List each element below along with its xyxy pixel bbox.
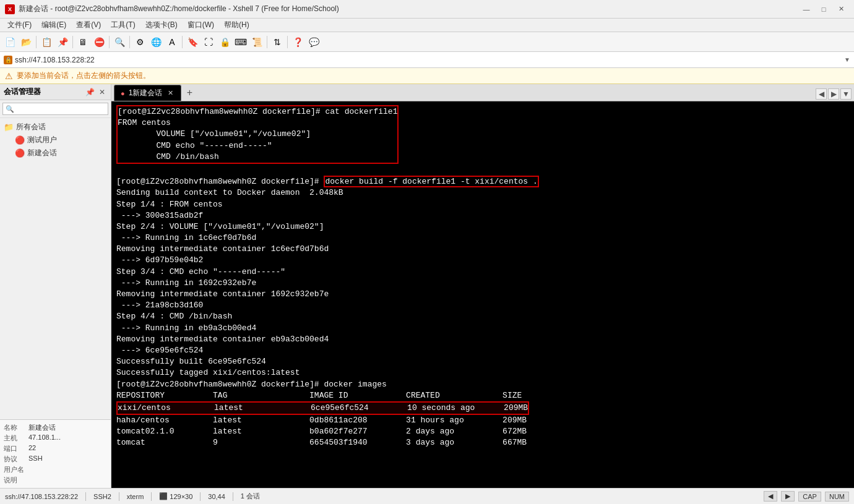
status-size-text: 129×30 xyxy=(170,493,192,500)
terminal-line-9: ---> 300e315adb2f xyxy=(116,210,849,221)
status-sessions: 1 会话 xyxy=(241,492,260,501)
open-button[interactable]: 📂 xyxy=(19,35,33,49)
lock-button[interactable]: 🔒 xyxy=(217,35,232,49)
paste-button[interactable]: 📌 xyxy=(55,35,70,49)
tab-label-1: 1新建会话 xyxy=(129,88,163,98)
close-button[interactable]: ✕ xyxy=(833,3,849,15)
info-value-name: 新建会话 xyxy=(28,423,107,432)
tab-add-button[interactable]: + xyxy=(183,86,196,100)
tab-bar: ● 1新建会话 ✕ + ◀ ▶ ▼ xyxy=(111,84,854,101)
menu-help[interactable]: 帮助(H) xyxy=(219,19,254,32)
status-separator-5 xyxy=(233,492,233,501)
status-arrow-left[interactable]: ◀ xyxy=(764,491,777,502)
keyboard-button[interactable]: ⌨ xyxy=(233,35,248,49)
menu-bar: 文件(F) 编辑(E) 查看(V) 工具(T) 选项卡(B) 窗口(W) 帮助(… xyxy=(0,19,854,32)
tab-next-button[interactable]: ▶ xyxy=(828,88,839,100)
tree-item-test-user[interactable]: 🔴 测试用户 xyxy=(0,134,111,147)
tab-prev-button[interactable]: ◀ xyxy=(816,88,827,100)
terminal-line-10: Step 2/4 : VOLUME ["/volume01","/volume0… xyxy=(116,221,849,233)
terminal-line-23: Successfully tagged xixi/centos:latest xyxy=(116,367,849,378)
sidebar-close-button[interactable]: ✕ xyxy=(97,87,107,97)
terminal-line-16: Removing intermediate container 1692c932… xyxy=(116,289,849,300)
new-session-button[interactable]: 📄 xyxy=(2,35,17,49)
terminal-line-17: ---> 21a98cb3d160 xyxy=(116,300,849,311)
terminal-line-19: ---> Running in eb9a3cb00ed4 xyxy=(116,323,849,334)
tree-folder-all[interactable]: 📁 所有会话 xyxy=(0,121,111,134)
script-button[interactable]: 📜 xyxy=(249,35,264,49)
tab-new-session[interactable]: ● 1新建会话 ✕ xyxy=(114,85,181,101)
settings-button[interactable]: ⚙ xyxy=(132,35,147,49)
fullscreen-button[interactable]: ⛶ xyxy=(201,35,216,49)
cat-command-block: [root@iZ2vc28obhvfham8wewhh0Z dockerfile… xyxy=(116,105,399,164)
font-button[interactable]: A xyxy=(165,35,179,49)
terminal-line-3: CMD echo "-----end-----" xyxy=(118,140,397,152)
copy-button[interactable]: 📋 xyxy=(39,35,54,49)
session-icon-2: 🔴 xyxy=(15,148,25,158)
minimize-button[interactable]: — xyxy=(798,3,814,15)
window-controls: — □ ✕ xyxy=(798,3,849,15)
session-info-panel: 名称 新建会话 主机 47.108.1... 端口 22 协议 SSH 用户名 … xyxy=(0,419,111,488)
info-row-host: 主机 47.108.1... xyxy=(4,433,107,443)
terminal-line-8: Step 1/4 : FROM centos xyxy=(116,199,849,210)
terminal-line-27: haha/centos latest 0db8611ac208 31 hours… xyxy=(116,415,849,426)
search-button[interactable]: 🔍 xyxy=(112,35,127,49)
menu-edit[interactable]: 编辑(E) xyxy=(37,19,71,32)
terminal-line-0: [root@iZ2vc28obhvfham8wewhh0Z dockerfile… xyxy=(118,106,397,117)
notification-bar: ⚠ 要添加当前会话，点击左侧的箭头按钮。 xyxy=(0,68,854,84)
info-value-username xyxy=(28,465,107,474)
terminal-line-24: [root@iZ2vc28obhvfham8wewhh0Z dockerfile… xyxy=(116,379,849,390)
help-button[interactable]: ❓ xyxy=(290,35,305,49)
menu-window[interactable]: 窗口(W) xyxy=(183,19,219,32)
bookmark-button[interactable]: 🔖 xyxy=(185,35,200,49)
info-value-port: 22 xyxy=(28,444,107,453)
notification-text: 要添加当前会话，点击左侧的箭头按钮。 xyxy=(17,70,150,81)
menu-file[interactable]: 文件(F) xyxy=(2,19,37,32)
terminal-line-15: ---> Running in 1692c932eb7e xyxy=(116,278,849,289)
tab-close-button-1[interactable]: ✕ xyxy=(166,89,175,98)
sidebar-search-input[interactable] xyxy=(2,103,108,115)
terminal-line-4: CMD /bin/bash xyxy=(118,152,397,163)
status-separator-2 xyxy=(119,492,119,501)
toolbar-separator-3 xyxy=(109,36,110,48)
status-size-icon: ⬛ xyxy=(159,492,168,500)
address-dropdown[interactable]: ▼ xyxy=(844,56,850,63)
menu-view[interactable]: 查看(V) xyxy=(71,19,106,32)
tab-navigation: ◀ ▶ ▼ xyxy=(816,88,852,100)
terminal-line-empty xyxy=(116,165,849,176)
terminal-line-11: ---> Running in 1c6ecf0d7b6d xyxy=(116,233,849,244)
info-label-name: 名称 xyxy=(4,423,28,432)
info-row-desc: 说明 xyxy=(4,475,107,485)
app-icon: X xyxy=(5,4,15,14)
info-row-username: 用户名 xyxy=(4,464,107,475)
disconnect-button[interactable]: ⛔ xyxy=(92,35,106,49)
transfer-button[interactable]: ⇅ xyxy=(270,35,285,49)
terminal[interactable]: [root@iZ2vc28obhvfham8wewhh0Z dockerfile… xyxy=(111,101,854,488)
title-text: 新建会话 - root@iZ2vc28obhvfham8wewhh0Z:/hom… xyxy=(19,4,798,14)
terminal-line-13: ---> 6d97b59e04b2 xyxy=(116,255,849,266)
connect-button[interactable]: 🖥 xyxy=(75,35,90,49)
tab-dropdown-button[interactable]: ▼ xyxy=(840,88,852,100)
maximize-button[interactable]: □ xyxy=(816,3,832,15)
address-text: ssh://47.108.153.228:22 xyxy=(15,56,842,64)
status-separator-1 xyxy=(85,492,86,501)
menu-tabs[interactable]: 选项卡(B) xyxy=(140,19,183,32)
terminal-line-28: tomcat02.1.0 latest b0a602f7e277 2 days … xyxy=(116,426,849,437)
tree-item-new-session[interactable]: 🔴 新建会话 xyxy=(0,147,111,160)
menu-tools[interactable]: 工具(T) xyxy=(106,19,140,32)
tree-item-label-2: 新建会话 xyxy=(27,148,57,158)
tree-folder-label: 所有会话 xyxy=(16,122,46,132)
status-arrow-right[interactable]: ▶ xyxy=(781,491,795,502)
sidebar-title: 会话管理器 xyxy=(4,87,85,97)
status-right-area: ◀ ▶ CAP NUM xyxy=(764,491,849,502)
info-label-port: 端口 xyxy=(4,444,28,453)
folder-icon: 📁 xyxy=(4,122,14,132)
toolbar: 📄 📂 📋 📌 🖥 ⛔ 🔍 ⚙ 🌐 A 🔖 ⛶ 🔒 ⌨ 📜 ⇅ ❓ 💬 xyxy=(0,32,854,52)
terminal-line-26: xixi/centos latest 6ce95e6fc524 10 secon… xyxy=(118,403,528,414)
sidebar-pin-button[interactable]: 📌 xyxy=(85,87,95,97)
status-cap-badge: CAP xyxy=(798,492,821,502)
sidebar-header: 会话管理器 📌 ✕ xyxy=(0,84,111,100)
chat-button[interactable]: 💬 xyxy=(306,35,321,49)
docker-build-command-highlight: docker build -f dockerfile1 -t xixi/cent… xyxy=(324,176,538,187)
tree-item-label-1: 测试用户 xyxy=(27,135,57,145)
globe-button[interactable]: 🌐 xyxy=(149,35,163,49)
